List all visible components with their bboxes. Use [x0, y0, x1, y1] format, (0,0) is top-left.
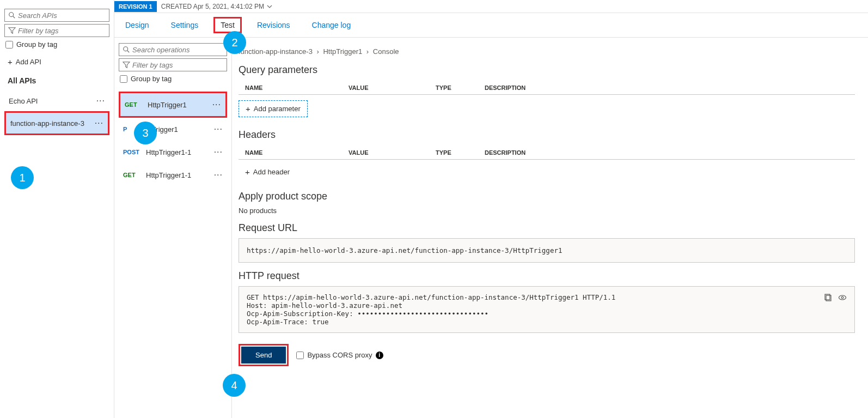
add-parameter-button[interactable]: + Add parameter	[239, 100, 308, 117]
search-apis-input[interactable]	[18, 11, 106, 20]
query-table-header: NAME VALUE TYPE DESCRIPTION	[239, 80, 855, 95]
group-by-tag-row[interactable]: Group by tag	[5, 40, 109, 49]
copy-icon[interactable]	[824, 293, 833, 302]
add-header-label: Add header	[253, 168, 290, 176]
api-sidebar: Group by tag + Add API All APIs Echo API…	[0, 0, 114, 418]
bypass-cors-label: Bypass CORS proxy	[307, 351, 372, 359]
request-url-heading: Request URL	[239, 222, 855, 234]
filter-tags-box[interactable]	[4, 24, 109, 37]
op-method: GET	[125, 101, 145, 108]
filter-ops-box[interactable]	[119, 58, 227, 71]
send-button[interactable]: Send	[241, 347, 286, 364]
operations-panel: Group by tag GET HttpTrigger1 ··· P tpTr…	[114, 38, 232, 418]
tab-design[interactable]: Design	[122, 19, 152, 32]
op-item-get-httptrigger1[interactable]: GET HttpTrigger1 ···	[119, 92, 227, 118]
op-label: HttpTrigger1	[148, 101, 212, 109]
col-name: NAME	[245, 84, 349, 91]
headers-heading: Headers	[239, 129, 855, 141]
col-value: VALUE	[349, 84, 436, 91]
filter-icon	[8, 27, 16, 34]
op-method: GET	[123, 172, 144, 178]
revision-meta[interactable]: CREATED Apr 5, 2021, 4:41:02 PM	[161, 3, 273, 10]
more-icon[interactable]: ···	[95, 118, 103, 128]
col-type: TYPE	[436, 149, 485, 156]
revision-bar: REVISION 1 CREATED Apr 5, 2021, 4:41:02 …	[114, 0, 868, 13]
tab-settings[interactable]: Settings	[168, 19, 202, 32]
group-by-tag-checkbox[interactable]	[5, 41, 13, 49]
more-icon[interactable]: ···	[214, 170, 223, 180]
svg-point-9	[841, 296, 843, 299]
svg-line-4	[127, 51, 130, 53]
col-value: VALUE	[349, 149, 436, 156]
more-icon[interactable]: ···	[214, 147, 223, 157]
eye-icon[interactable]	[838, 293, 847, 302]
callout-3: 3	[134, 122, 157, 144]
svg-marker-5	[123, 62, 130, 68]
send-row: Send Bypass CORS proxy i	[239, 344, 855, 366]
ops-group-by-tag-row[interactable]: Group by tag	[120, 75, 227, 83]
send-highlight: Send	[239, 344, 289, 366]
svg-marker-2	[9, 28, 15, 34]
search-operations-box[interactable]	[119, 43, 227, 56]
http-request-box: GET https://apim-hello-world-3.azure-api…	[239, 286, 855, 333]
add-parameter-label: Add parameter	[254, 105, 301, 113]
op-item-post-httptrigger1-1[interactable]: POST HttpTrigger1-1 ···	[119, 141, 227, 163]
query-params-heading: Query parameters	[239, 64, 855, 76]
more-icon[interactable]: ···	[96, 96, 105, 106]
main-area: REVISION 1 CREATED Apr 5, 2021, 4:41:02 …	[114, 0, 868, 418]
callout-2: 2	[223, 31, 246, 54]
breadcrumb-c: Console	[373, 47, 399, 56]
tab-revisions[interactable]: Revisions	[254, 19, 294, 32]
headers-table-header: NAME VALUE TYPE DESCRIPTION	[239, 145, 855, 160]
more-icon[interactable]: ···	[212, 100, 221, 110]
search-icon	[123, 46, 130, 53]
http-icons	[824, 293, 847, 302]
api-item-function-app[interactable]: function-app-instance-3 ···	[4, 111, 109, 135]
breadcrumb-b[interactable]: HttpTrigger1	[323, 47, 362, 56]
col-desc: DESCRIPTION	[485, 149, 855, 156]
add-api-button[interactable]: + Add API	[8, 57, 109, 66]
ops-group-by-tag-label: Group by tag	[131, 75, 172, 83]
filter-tags-input[interactable]	[18, 27, 106, 35]
more-icon[interactable]: ···	[214, 124, 223, 134]
no-products-text: No products	[239, 207, 855, 215]
op-item-get-httptrigger1-1[interactable]: GET HttpTrigger1-1 ···	[119, 163, 227, 186]
http-request-text: GET https://apim-hello-world-3.azure-api…	[247, 293, 615, 326]
tab-changelog[interactable]: Change log	[309, 19, 354, 32]
http-request-heading: HTTP request	[239, 270, 855, 282]
add-api-label: Add API	[16, 58, 41, 66]
search-operations-input[interactable]	[132, 46, 223, 54]
add-header-button[interactable]: + Add header	[239, 164, 290, 180]
callout-1: 1	[11, 166, 34, 189]
svg-point-3	[124, 47, 128, 51]
op-label: HttpTrigger1-1	[146, 171, 214, 179]
svg-point-8	[839, 295, 846, 300]
breadcrumb-sep: ›	[316, 47, 319, 56]
api-item-label: Echo API	[9, 97, 38, 105]
bypass-cors-checkbox[interactable]	[296, 352, 304, 359]
search-apis-box[interactable]	[4, 9, 109, 22]
api-item-label: function-app-instance-3	[10, 119, 84, 128]
filter-icon	[123, 61, 130, 69]
ops-group-by-tag-checkbox[interactable]	[120, 75, 127, 83]
revision-created-label: CREATED Apr 5, 2021, 4:41:02 PM	[161, 3, 264, 10]
op-label: HttpTrigger1-1	[146, 148, 214, 156]
detail-panel: function-app-instance-3 › HttpTrigger1 ›…	[232, 38, 868, 418]
tab-test[interactable]: Test	[213, 17, 242, 33]
col-desc: DESCRIPTION	[485, 84, 855, 91]
plus-icon: +	[245, 167, 250, 177]
api-item-echo[interactable]: Echo API ···	[4, 90, 109, 111]
col-type: TYPE	[436, 84, 485, 91]
breadcrumb-a[interactable]: function-app-instance-3	[239, 47, 313, 56]
info-icon[interactable]: i	[376, 352, 383, 359]
filter-ops-input[interactable]	[132, 61, 223, 69]
search-icon	[8, 11, 16, 19]
breadcrumb-sep: ›	[366, 47, 369, 56]
plus-icon: +	[8, 57, 13, 66]
request-url-box: https://apim-hello-world-3.azure-api.net…	[239, 238, 855, 263]
svg-point-0	[9, 13, 14, 17]
bypass-cors-row[interactable]: Bypass CORS proxy i	[296, 351, 383, 359]
callout-4: 4	[223, 374, 246, 397]
svg-line-1	[13, 16, 15, 19]
all-apis-heading: All APIs	[8, 76, 109, 85]
